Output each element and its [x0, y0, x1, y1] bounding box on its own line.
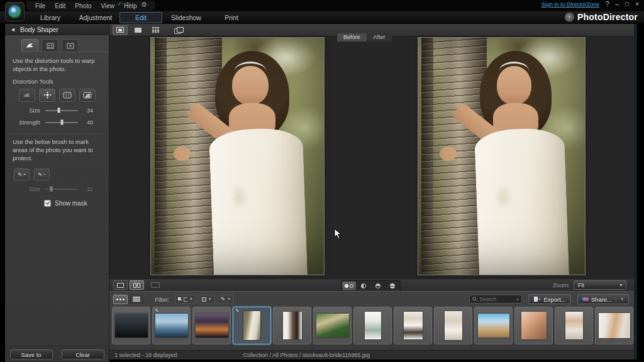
photo-before[interactable] [151, 38, 324, 275]
viewer-mode-button[interactable] [113, 25, 128, 35]
zoom-level-dropdown[interactable]: Fit ▼ [574, 280, 626, 290]
strength-slider-thumb[interactable] [60, 119, 64, 125]
viewer-bottom-bar: ••• Zoom: Fit ▼ [109, 278, 634, 291]
tab-slideshow[interactable]: Slideshow [164, 14, 209, 21]
thumbnail-beach-scene[interactable] [474, 307, 513, 344]
thumbnail-woman-standing[interactable] [434, 307, 472, 344]
signin-directorzone-link[interactable]: Sign in to DirectorZone [541, 1, 599, 8]
tab-edit[interactable]: Edit [119, 12, 162, 23]
single-pane-icon [117, 283, 124, 288]
thumbnail-image[interactable] [565, 312, 583, 339]
close-button[interactable]: × [635, 1, 639, 8]
thumbnail-bride-portrait[interactable]: ✎ [233, 307, 271, 344]
photo-only-button[interactable] [130, 25, 145, 35]
maximize-button[interactable]: □ [625, 1, 629, 8]
thumbnail-mountain-lake[interactable]: ✎ [152, 307, 191, 344]
export-button[interactable]: Export... [528, 294, 570, 304]
single-view-button[interactable] [113, 280, 128, 290]
undo-redo-icons[interactable]: ↶↷ [117, 1, 133, 9]
protect-brush-row: ✎+ ✎− [14, 168, 109, 180]
help-button[interactable]: ? [606, 1, 609, 8]
clear-search-icon[interactable]: × [516, 297, 519, 302]
clear-button[interactable]: Clear [62, 349, 104, 359]
compare-mode-button[interactable] [170, 25, 186, 35]
thumbnail-image[interactable] [196, 314, 228, 337]
thumbnail-image[interactable] [155, 314, 188, 337]
menu-photo[interactable]: Photo [75, 3, 91, 9]
protect-tool-button[interactable] [79, 89, 96, 102]
brush-size-slider-thumb [50, 186, 53, 192]
thumbnail-image[interactable] [521, 312, 547, 339]
tab-library[interactable]: Library [28, 14, 73, 21]
share-button[interactable]: Share... ▼ [577, 294, 629, 304]
plus-icon: + [23, 172, 26, 177]
flag-filter-button[interactable]: ▼ [175, 295, 196, 304]
edited-filter-button[interactable]: ✎▼ [218, 295, 235, 304]
thumbnail-image[interactable] [316, 314, 349, 337]
thumbnail-image[interactable] [283, 312, 302, 339]
before-tab[interactable]: Before [337, 33, 367, 41]
tab-warp-tool[interactable] [21, 39, 38, 52]
share-icon [582, 297, 589, 301]
list-view-button[interactable] [129, 295, 143, 304]
framed-photo-icon [116, 27, 124, 33]
color-label-filter-button[interactable]: ▼ [199, 295, 215, 304]
compare-split-top-bottom-button[interactable] [371, 282, 385, 290]
size-slider[interactable] [45, 110, 78, 111]
thumbnail-image[interactable] [365, 312, 381, 339]
thumbnail-woman-white-top[interactable] [394, 307, 432, 344]
menu-view[interactable]: View [101, 3, 115, 9]
tab-region-tool[interactable] [62, 39, 79, 52]
pinch-bloat-tool-button[interactable] [39, 89, 55, 102]
compare-side-by-side-button[interactable] [342, 282, 356, 290]
tab-adjustment[interactable]: Adjustment [73, 14, 118, 21]
outline-dot-icon [350, 284, 353, 288]
show-mask-checkbox[interactable] [44, 200, 51, 207]
thumbnail-face-closeup[interactable] [514, 307, 553, 344]
mesh-warp-tool-button[interactable] [59, 89, 75, 102]
thumbnail-product-bottle[interactable] [353, 307, 392, 344]
thumbnail-woman-black-dress[interactable] [273, 307, 311, 344]
split-view-button[interactable] [130, 280, 144, 290]
menu-file[interactable]: File [35, 3, 45, 9]
settings-gear-icon[interactable]: ⚙ [141, 1, 147, 9]
thumbnail-woman-relaxing[interactable] [595, 307, 633, 344]
chevron-down-icon: ▼ [208, 297, 212, 301]
thumbnail-image[interactable] [445, 311, 462, 340]
photo-after[interactable] [418, 38, 585, 275]
thumbnail-view-button[interactable] [113, 295, 128, 304]
minimize-button[interactable]: – [616, 1, 619, 8]
thumbnail-image[interactable] [115, 314, 148, 337]
compare-overlay-button[interactable] [386, 282, 399, 290]
tab-print[interactable]: Print [209, 14, 254, 21]
compare-split-left-right-button[interactable] [357, 282, 370, 290]
thumbnail-smiling-woman[interactable] [555, 307, 593, 344]
tab-mesh-tool[interactable] [42, 39, 58, 52]
strength-slider[interactable] [45, 122, 78, 123]
chevron-down-icon: ▼ [619, 281, 623, 290]
menu-edit[interactable]: Edit [55, 3, 65, 9]
thumbnail-cat-in-grass[interactable] [313, 307, 352, 344]
selection-count: 1 selected - 18 displayed [114, 352, 177, 358]
thumbnail-image[interactable] [599, 313, 630, 338]
search-box[interactable]: × [469, 295, 522, 304]
thumbnail-dark-landscape[interactable] [112, 307, 150, 344]
protect-brush-add-button[interactable]: ✎+ [14, 168, 30, 180]
warp-brush-tool-button[interactable] [19, 89, 35, 102]
flag-filled-icon [178, 297, 182, 302]
zoom-label: Zoom: [553, 282, 570, 288]
brand: ↑ PhotoDirector [565, 12, 638, 22]
thumbnail-image[interactable] [404, 312, 423, 339]
thumbnail-image[interactable] [478, 314, 509, 337]
window-right-edge [634, 24, 637, 359]
size-slider-thumb[interactable] [57, 107, 60, 113]
thumbnail-storm-sunset[interactable] [192, 307, 231, 344]
save-to-button[interactable]: Save to [10, 349, 53, 359]
after-tab[interactable]: After [367, 33, 392, 41]
search-input[interactable] [479, 296, 514, 302]
back-arrow-icon[interactable]: ◄ [10, 26, 16, 33]
protect-brush-remove-button[interactable]: ✎− [34, 168, 50, 180]
filter-label: Filter: [155, 296, 170, 303]
grid-view-button[interactable] [148, 25, 163, 35]
thumbnail-image[interactable] [243, 311, 260, 340]
